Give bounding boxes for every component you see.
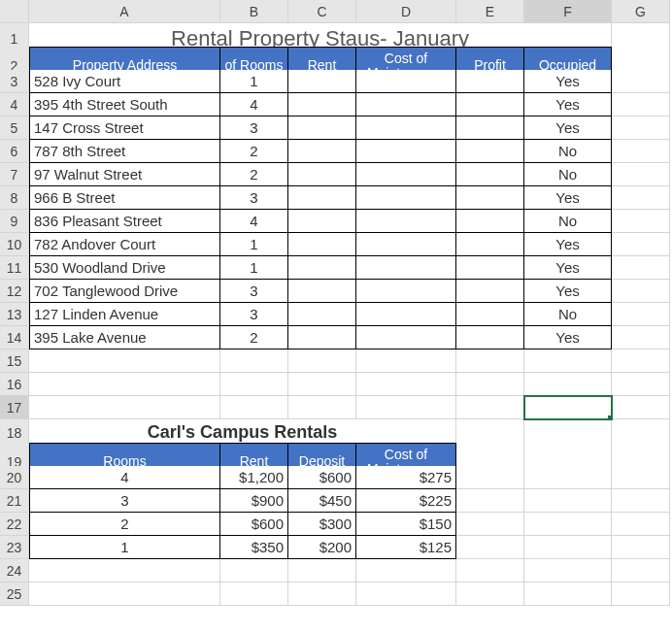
row-header-6[interactable]: 6 (0, 140, 29, 163)
cell-G16[interactable] (612, 373, 670, 396)
t1-profit-2[interactable] (456, 116, 524, 140)
cell-G11[interactable] (612, 256, 670, 280)
cell-G5[interactable] (612, 116, 670, 140)
cell-G22[interactable] (612, 513, 670, 536)
row-header-7[interactable]: 7 (0, 163, 29, 186)
row-header-3[interactable]: 3 (0, 70, 29, 93)
t2-rent-0[interactable]: $1,200 (220, 466, 288, 489)
col-header-C[interactable]: C (288, 0, 356, 23)
t1-rent-3[interactable] (288, 140, 356, 163)
t2-rent-1[interactable]: $900 (220, 489, 288, 513)
cell-G10[interactable] (612, 233, 670, 256)
t2-rooms-2[interactable]: 2 (29, 513, 220, 536)
row-header-8[interactable]: 8 (0, 186, 29, 210)
t1-occ-9[interactable]: Yes (524, 280, 612, 303)
t1-rent-4[interactable] (288, 163, 356, 186)
cell-E21[interactable] (456, 489, 524, 513)
cell-C24[interactable] (288, 559, 356, 582)
t2-deposit-0[interactable]: $600 (288, 466, 356, 489)
cell-G21[interactable] (612, 489, 670, 513)
cell-G25[interactable] (612, 582, 670, 606)
t1-rooms-1[interactable]: 4 (220, 93, 288, 116)
row-header-21[interactable]: 21 (0, 489, 29, 513)
t1-cost-11[interactable] (356, 326, 456, 349)
row-header-17[interactable]: 17 (0, 396, 29, 419)
t2-deposit-2[interactable]: $300 (288, 513, 356, 536)
cell-C15[interactable] (288, 349, 356, 373)
t1-cost-9[interactable] (356, 280, 456, 303)
cell-F17[interactable] (524, 396, 612, 419)
t1-cost-5[interactable] (356, 186, 456, 210)
t1-occ-2[interactable]: Yes (524, 116, 612, 140)
t1-occ-1[interactable]: Yes (524, 93, 612, 116)
t1-addr-6[interactable]: 836 Pleasant Street (29, 210, 220, 233)
t1-rooms-6[interactable]: 4 (220, 210, 288, 233)
t1-rent-6[interactable] (288, 210, 356, 233)
select-all-corner[interactable] (0, 0, 29, 23)
t1-cost-7[interactable] (356, 233, 456, 256)
t1-addr-10[interactable]: 127 Linden Avenue (29, 303, 220, 326)
t1-cost-1[interactable] (356, 93, 456, 116)
t1-occ-0[interactable]: Yes (524, 70, 612, 93)
t1-rooms-3[interactable]: 2 (220, 140, 288, 163)
cell-G9[interactable] (612, 210, 670, 233)
cell-C25[interactable] (288, 582, 356, 606)
cell-E23[interactable] (456, 536, 524, 559)
t1-occ-11[interactable]: Yes (524, 326, 612, 349)
cell-G23[interactable] (612, 536, 670, 559)
cell-F24[interactable] (524, 559, 612, 582)
cell-B16[interactable] (220, 373, 288, 396)
t2-rent-3[interactable]: $350 (220, 536, 288, 559)
t1-cost-6[interactable] (356, 210, 456, 233)
t1-rooms-8[interactable]: 1 (220, 256, 288, 280)
row-header-11[interactable]: 11 (0, 256, 29, 280)
cell-G13[interactable] (612, 303, 670, 326)
t1-addr-3[interactable]: 787 8th Street (29, 140, 220, 163)
t1-profit-8[interactable] (456, 256, 524, 280)
t1-addr-0[interactable]: 528 Ivy Court (29, 70, 220, 93)
row-header-12[interactable]: 12 (0, 280, 29, 303)
t1-profit-11[interactable] (456, 326, 524, 349)
t1-rent-0[interactable] (288, 70, 356, 93)
t2-cost-2[interactable]: $150 (356, 513, 456, 536)
t1-rooms-4[interactable]: 2 (220, 163, 288, 186)
col-header-D[interactable]: D (356, 0, 456, 23)
spreadsheet-grid[interactable]: ABCDEFG1Rental Property Staus- January2P… (0, 0, 672, 606)
row-header-23[interactable]: 23 (0, 536, 29, 559)
t1-occ-4[interactable]: No (524, 163, 612, 186)
cell-D25[interactable] (356, 582, 456, 606)
row-header-15[interactable]: 15 (0, 349, 29, 373)
cell-F21[interactable] (524, 489, 612, 513)
t1-rooms-7[interactable]: 1 (220, 233, 288, 256)
t1-addr-9[interactable]: 702 Tanglewood Drive (29, 280, 220, 303)
t1-addr-11[interactable]: 395 Lake Avenue (29, 326, 220, 349)
t1-occ-10[interactable]: No (524, 303, 612, 326)
t1-profit-4[interactable] (456, 163, 524, 186)
cell-A17[interactable] (29, 396, 220, 419)
cell-G17[interactable] (612, 396, 670, 419)
cell-F23[interactable] (524, 536, 612, 559)
row-header-9[interactable]: 9 (0, 210, 29, 233)
t2-rent-2[interactable]: $600 (220, 513, 288, 536)
cell-B15[interactable] (220, 349, 288, 373)
t2-rooms-3[interactable]: 1 (29, 536, 220, 559)
row-header-25[interactable]: 25 (0, 582, 29, 606)
t1-occ-6[interactable]: No (524, 210, 612, 233)
t1-addr-4[interactable]: 97 Walnut Street (29, 163, 220, 186)
t2-rooms-0[interactable]: 4 (29, 466, 220, 489)
t1-rent-7[interactable] (288, 233, 356, 256)
t1-rooms-2[interactable]: 3 (220, 116, 288, 140)
t1-cost-3[interactable] (356, 140, 456, 163)
cell-F15[interactable] (524, 349, 612, 373)
cell-A24[interactable] (29, 559, 220, 582)
t1-profit-9[interactable] (456, 280, 524, 303)
t2-rooms-1[interactable]: 3 (29, 489, 220, 513)
cell-G3[interactable] (612, 70, 670, 93)
cell-D24[interactable] (356, 559, 456, 582)
t2-cost-1[interactable]: $225 (356, 489, 456, 513)
t1-rooms-5[interactable]: 3 (220, 186, 288, 210)
cell-E15[interactable] (456, 349, 524, 373)
t1-addr-8[interactable]: 530 Woodland Drive (29, 256, 220, 280)
cell-G14[interactable] (612, 326, 670, 349)
t1-rent-2[interactable] (288, 116, 356, 140)
